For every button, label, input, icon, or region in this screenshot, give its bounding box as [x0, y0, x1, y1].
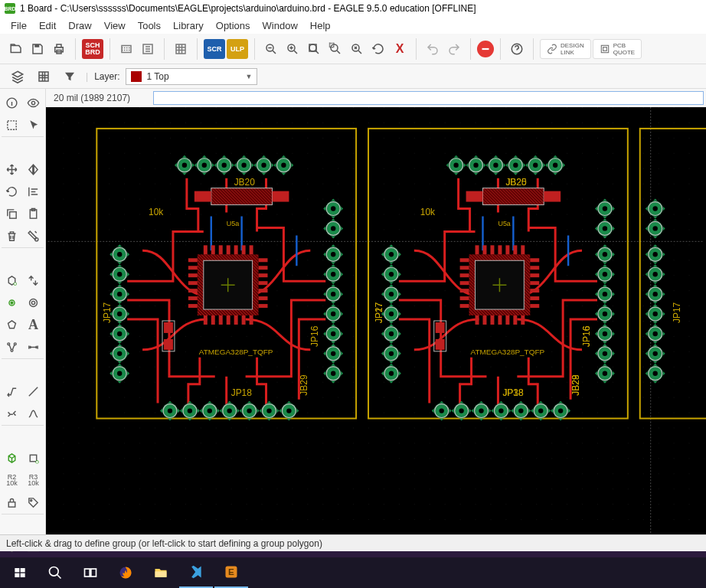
file-explorer-taskbar-icon[interactable]: [144, 557, 178, 588]
show-tool[interactable]: [23, 92, 44, 113]
ulp-button[interactable]: ULP: [227, 39, 248, 59]
net-break-tool[interactable]: [2, 336, 22, 358]
zoom-select-button[interactable]: [325, 39, 345, 59]
save-button[interactable]: [28, 39, 47, 59]
menu-edit[interactable]: Edit: [33, 18, 62, 33]
svg-rect-103: [85, 569, 90, 577]
svg-text:JB28: JB28: [570, 374, 581, 396]
main-toolbar: SCH BRD SCR ULP X DESIGNLINK PCBQUOTE: [0, 34, 706, 64]
svg-rect-0: [34, 44, 39, 47]
sch-brd-switch-button[interactable]: SCH BRD: [82, 39, 103, 59]
rotate-tool[interactable]: [2, 181, 22, 202]
zoom-in-button[interactable]: [283, 39, 302, 59]
replace-tool[interactable]: [23, 270, 44, 291]
value-r3-tool[interactable]: R3 10k: [23, 469, 44, 491]
hole-tool[interactable]: [23, 292, 44, 313]
change-tool[interactable]: [23, 225, 44, 247]
mirror-tool[interactable]: [23, 158, 44, 180]
move-tool[interactable]: [2, 158, 22, 180]
menu-tools[interactable]: Tools: [132, 18, 167, 33]
svg-point-27: [30, 299, 38, 306]
tag-tool[interactable]: [23, 492, 44, 513]
cursor-tool[interactable]: [23, 114, 44, 136]
grid-button[interactable]: [34, 67, 54, 87]
svg-text:JP16: JP16: [581, 325, 592, 347]
svg-rect-101: [21, 573, 25, 577]
pcb-quote-button[interactable]: PCBQUOTE: [593, 39, 642, 59]
svg-rect-34: [8, 501, 15, 506]
pcb-quote-label-2: QUOTE: [613, 49, 635, 56]
line-tool[interactable]: [23, 381, 44, 402]
svg-rect-4: [122, 45, 131, 52]
manufacture-button[interactable]: [171, 39, 191, 59]
menu-window[interactable]: Window: [257, 18, 304, 33]
help-button[interactable]: [507, 39, 527, 59]
layers-button[interactable]: [8, 67, 28, 87]
dimension-tool[interactable]: [23, 336, 44, 358]
lock-tool[interactable]: [2, 492, 22, 513]
svg-rect-98: [15, 568, 19, 572]
svg-rect-16: [39, 72, 48, 81]
design-link-label-1: DESIGN: [561, 42, 584, 49]
status-text: Left-click & drag to define group (or le…: [6, 538, 322, 549]
task-view-button[interactable]: [74, 557, 107, 588]
svg-text:JP17: JP17: [672, 302, 682, 323]
redo-button[interactable]: [444, 39, 464, 59]
search-button[interactable]: [38, 557, 72, 588]
zoom-out-button[interactable]: [261, 39, 281, 59]
taskbar: E: [0, 557, 706, 588]
component-add-tool[interactable]: [23, 447, 44, 469]
svg-rect-19: [8, 120, 16, 129]
design-link-button[interactable]: DESIGNLINK: [540, 39, 591, 59]
window-title: 1 Board - C:\Users\ssssss\Documents\EAGL…: [20, 3, 476, 14]
print-button[interactable]: [49, 39, 69, 59]
3d-tool[interactable]: [2, 447, 22, 469]
zoom-fit-button[interactable]: [304, 39, 324, 59]
polygon-tool[interactable]: [2, 314, 22, 335]
svg-rect-106: [155, 571, 167, 577]
menu-file[interactable]: File: [5, 18, 33, 33]
undo-button[interactable]: [423, 39, 443, 59]
copy-tool[interactable]: [2, 203, 22, 224]
paste-tool[interactable]: [23, 203, 44, 224]
marquee-tool[interactable]: [2, 114, 22, 136]
align-tool[interactable]: [23, 181, 44, 202]
pin-tool[interactable]: [2, 292, 22, 313]
menu-help[interactable]: Help: [304, 18, 337, 33]
command-input[interactable]: [153, 91, 704, 105]
vscode-taskbar-icon[interactable]: [179, 557, 213, 588]
eagle-taskbar-icon[interactable]: E: [214, 557, 248, 588]
design-link-label-2: LINK: [561, 49, 584, 56]
board-canvas[interactable]: JB20 10k U5a JP17 JP16 JB29 JP18 ATMEGA3…: [46, 107, 706, 534]
filter-dropdown[interactable]: [60, 67, 80, 87]
stop-button[interactable]: [477, 41, 494, 57]
secondary-toolbar: | Layer: 1 Top ▼: [0, 64, 706, 89]
zoom-redraw-button[interactable]: [347, 39, 367, 59]
wire-tool[interactable]: [23, 403, 44, 424]
cam-button[interactable]: [138, 39, 158, 59]
layer-name: 1 Top: [146, 71, 168, 82]
scr-button[interactable]: SCR: [204, 39, 225, 59]
chevron-down-icon: ▼: [246, 73, 253, 80]
menu-view[interactable]: View: [98, 18, 132, 33]
add-part-tool[interactable]: [2, 270, 22, 291]
svg-text:E: E: [228, 567, 234, 577]
ripup-tool[interactable]: [2, 403, 22, 424]
cancel-x-button[interactable]: X: [390, 39, 410, 59]
board-outline-button[interactable]: [116, 39, 136, 59]
value-r2-tool[interactable]: R2 10k: [2, 469, 22, 491]
layer-selector[interactable]: 1 Top ▼: [126, 68, 257, 85]
open-button[interactable]: [6, 39, 26, 59]
delete-tool[interactable]: [2, 225, 22, 247]
menu-library[interactable]: Library: [167, 18, 210, 33]
start-button[interactable]: [3, 557, 37, 588]
svg-rect-100: [15, 573, 19, 577]
route-tool[interactable]: [2, 381, 22, 402]
refresh-button[interactable]: [368, 39, 388, 59]
info-tool[interactable]: [2, 92, 22, 113]
menu-options[interactable]: Options: [210, 18, 257, 33]
firefox-taskbar-icon[interactable]: [109, 557, 142, 588]
menu-draw[interactable]: Draw: [62, 18, 97, 33]
coordinate-readout: 20 mil (1989 2107): [46, 89, 153, 107]
text-tool[interactable]: A: [23, 314, 44, 335]
